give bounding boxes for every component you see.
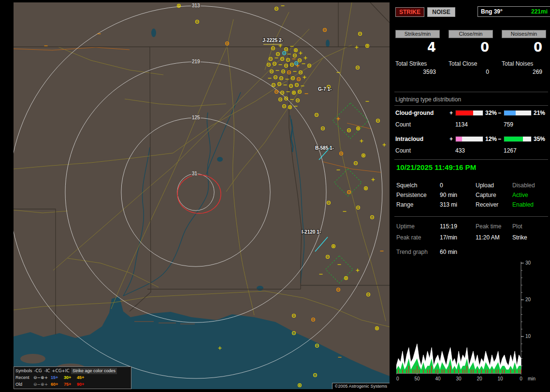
strike-symbol xyxy=(274,76,277,79)
range-ring-219 xyxy=(65,62,326,322)
squelch-value: 0 xyxy=(440,182,443,189)
state-borders xyxy=(14,2,390,335)
count-label: Count xyxy=(395,121,411,128)
svg-text:20: 20 xyxy=(525,297,531,302)
strike-symbol xyxy=(357,206,360,210)
total-strikes-value: 3593 xyxy=(395,69,440,75)
capture-status: Active xyxy=(512,192,528,198)
noises-per-min-label: Noises/min xyxy=(502,30,546,38)
svg-text:30: 30 xyxy=(525,260,531,266)
svg-text:50: 50 xyxy=(414,376,420,381)
ic-minus-bar xyxy=(504,136,532,142)
storm-cell-label: I-2120 1- xyxy=(302,229,321,235)
cg-plus-count: 1134 xyxy=(455,121,468,128)
strike-symbol xyxy=(347,129,351,132)
strike-symbol xyxy=(295,62,298,65)
strike-symbol xyxy=(279,98,282,101)
strike-symbol xyxy=(226,42,229,45)
strike-symbol xyxy=(364,187,368,190)
storm-cell-label: G-7 1- xyxy=(318,86,332,92)
strike-symbol xyxy=(280,77,283,80)
pos-ic-icon: + xyxy=(44,382,48,387)
distribution-title: Lightning type distribution xyxy=(395,96,461,103)
neg-ic-icon: − xyxy=(37,375,41,380)
legend-col-neg-ic: -IC xyxy=(43,368,52,374)
strike-symbol xyxy=(272,84,275,87)
strike-symbol xyxy=(289,84,293,88)
strike-symbol xyxy=(281,91,284,95)
strike-symbol xyxy=(293,54,297,57)
strike-symbol xyxy=(298,59,302,62)
lightning-map[interactable]: J-2225 2-G-7 1-B-585 1-I-2120 1-31321912… xyxy=(14,2,390,389)
peak-rate-value: 17/min xyxy=(440,234,457,241)
age-60: 60+ xyxy=(48,381,61,388)
strike-symbol xyxy=(275,90,278,94)
strike-symbol xyxy=(323,28,327,32)
strikes-per-min-label: Strikes/min xyxy=(395,30,440,38)
strikes-per-min-value: 4 xyxy=(395,40,440,55)
persistence-label: Persistence xyxy=(396,192,427,198)
legend-old-symbols: ⊖−⊕+ xyxy=(33,381,48,388)
bearing-label: Bng 39° xyxy=(481,8,503,15)
svg-text:30: 30 xyxy=(456,376,462,381)
strike-symbol xyxy=(285,48,288,51)
storm-track xyxy=(315,237,328,252)
plot-label: Plot xyxy=(512,223,522,230)
noises-column: Noises/min 0 Total Noises 269 xyxy=(502,30,546,75)
noise-button[interactable]: NOISE xyxy=(427,7,455,17)
upload-label: Upload xyxy=(476,182,494,189)
range-ring-31 xyxy=(177,174,214,210)
legend-recent-row: Recent ⊖−⊕+ 15+ 30+ 45+ xyxy=(15,374,130,381)
strike-symbol xyxy=(345,277,348,280)
strike-symbol xyxy=(278,83,281,86)
ring-label-313: 313 xyxy=(192,3,200,8)
trend-graph-label: Trend graph xyxy=(396,249,428,255)
plus-sign: + xyxy=(449,136,453,142)
svg-text:40: 40 xyxy=(435,376,441,381)
age-30: 30+ xyxy=(61,375,74,381)
neg-ic-icon: − xyxy=(37,382,41,387)
strike-symbol xyxy=(275,7,278,11)
strike-symbol xyxy=(315,113,318,117)
cloud-ground-label: Cloud-ground xyxy=(395,110,434,116)
trend-graph: 1020306050403020100min xyxy=(396,260,547,387)
strike-symbol xyxy=(312,318,315,322)
strike-symbol xyxy=(332,245,335,248)
strike-symbol xyxy=(196,20,199,24)
strike-symbol xyxy=(376,327,379,330)
trend-graph-window: 60 min xyxy=(440,249,457,255)
ring-label-31: 31 xyxy=(192,171,198,176)
total-noises-label: Total Noises xyxy=(502,60,546,67)
strike-symbol xyxy=(295,84,299,87)
bearing-range: 221mi xyxy=(531,8,548,15)
receiver-label: Receiver xyxy=(476,201,498,208)
peak-rate-label: Peak rate xyxy=(396,234,421,241)
strike-symbol xyxy=(303,76,306,79)
ic-plus-count: 433 xyxy=(455,147,465,154)
strike-symbol xyxy=(304,56,307,60)
capture-label: Capture xyxy=(476,192,496,198)
neg-cg-icon: ⊖ xyxy=(33,375,37,380)
strike-button[interactable]: STRIKE xyxy=(395,7,424,17)
cg-plus-bar xyxy=(455,110,483,116)
strike-symbol xyxy=(337,288,340,292)
strike-symbol xyxy=(359,32,362,36)
legend-col-pos-ic: +IC xyxy=(61,368,70,374)
strike-symbol xyxy=(371,216,374,219)
plot-value: Strike xyxy=(512,234,527,241)
minus-sign: − xyxy=(498,110,501,116)
peak-time-label: Peak time xyxy=(476,223,501,230)
strike-symbol xyxy=(347,191,351,194)
strike-symbol xyxy=(362,154,365,157)
svg-text:60: 60 xyxy=(396,376,399,381)
count-label: Count xyxy=(395,147,411,154)
strike-symbol xyxy=(355,46,359,49)
strike-symbol xyxy=(356,269,360,272)
strike-symbol xyxy=(299,71,303,74)
total-close-label: Total Close xyxy=(449,60,493,67)
ring-label-125: 125 xyxy=(192,115,200,120)
strike-symbol xyxy=(297,78,301,81)
strike-symbol xyxy=(383,143,386,147)
strike-symbol xyxy=(356,66,360,70)
uptime-row: Uptime 115:19 Peak time Plot xyxy=(395,223,549,230)
